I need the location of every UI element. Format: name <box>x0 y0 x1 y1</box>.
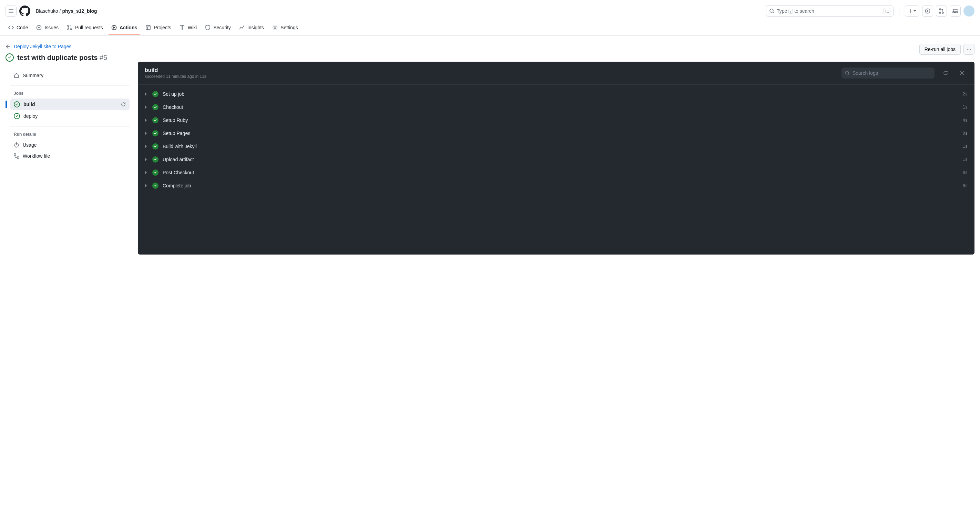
pull-requests-button[interactable] <box>936 5 947 16</box>
tab-actions[interactable]: Actions <box>108 22 140 35</box>
breadcrumb-sep: / <box>60 8 61 14</box>
arrow-left-icon <box>5 44 11 49</box>
step-duration: 2s <box>963 92 967 97</box>
github-logo[interactable] <box>19 5 30 16</box>
inbox-icon <box>953 8 958 14</box>
svg-point-9 <box>68 29 69 30</box>
check-icon <box>152 104 159 110</box>
tab-security[interactable]: Security <box>202 22 234 35</box>
tab-settings[interactable]: Settings <box>269 22 301 35</box>
log-refresh-button[interactable] <box>940 68 951 79</box>
sidebar-job-build[interactable]: build <box>10 98 130 110</box>
tab-pull-requests[interactable]: Pull requests <box>64 22 106 35</box>
log-step[interactable]: Set up job2s <box>138 87 975 101</box>
svg-point-10 <box>70 29 72 30</box>
issue-icon <box>925 8 931 14</box>
svg-rect-15 <box>14 154 16 156</box>
table-icon <box>145 25 151 30</box>
svg-point-2 <box>927 10 928 12</box>
breadcrumb-repo[interactable]: phys_s12_blog <box>62 8 97 14</box>
page-body: Deploy Jekyll site to Pages test with du… <box>0 35 980 263</box>
log-step[interactable]: Post Checkout0s <box>138 166 975 179</box>
check-icon <box>152 117 159 123</box>
git-pull-request-icon <box>939 8 944 14</box>
svg-point-4 <box>939 12 941 13</box>
gear-icon <box>272 25 278 30</box>
repo-nav: Code Issues Pull requests Actions Projec… <box>0 22 980 35</box>
chevron-right-icon <box>145 144 148 148</box>
sidebar-job-deploy[interactable]: deploy <box>10 110 130 122</box>
job-name: build <box>145 67 836 73</box>
svg-point-0 <box>770 9 773 13</box>
kebab-icon <box>966 46 972 52</box>
svg-point-18 <box>969 49 969 49</box>
sidebar-summary[interactable]: Summary <box>10 70 130 81</box>
step-name: Setup Pages <box>163 130 959 136</box>
log-step[interactable]: Setup Pages0s <box>138 127 975 140</box>
step-name: Upload artifact <box>163 157 959 162</box>
chevron-right-icon <box>145 171 148 174</box>
tab-code[interactable]: Code <box>5 22 31 35</box>
svg-point-17 <box>967 49 967 49</box>
tab-insights[interactable]: Insights <box>236 22 267 35</box>
svg-point-7 <box>38 27 40 28</box>
play-icon <box>111 25 117 30</box>
log-search-input[interactable]: Search logs <box>842 68 934 79</box>
log-panel: build succeeded 11 minutes ago in 11s Se… <box>138 62 975 254</box>
create-new-button[interactable] <box>905 5 920 16</box>
graph-icon <box>239 25 245 30</box>
stopwatch-icon <box>14 142 19 148</box>
chevron-right-icon <box>145 132 148 135</box>
plus-icon <box>908 9 913 13</box>
svg-rect-16 <box>17 157 19 159</box>
workflow-backlink[interactable]: Deploy Jekyll site to Pages <box>5 44 130 49</box>
log-step[interactable]: Complete job0s <box>138 179 975 192</box>
sidebar-usage[interactable]: Usage <box>10 140 130 151</box>
check-icon <box>152 91 159 97</box>
jobs-heading: Jobs <box>10 90 130 98</box>
log-step[interactable]: Upload artifact1s <box>138 153 975 166</box>
book-icon <box>180 25 185 30</box>
breadcrumb-owner[interactable]: Blaschuko <box>36 8 58 14</box>
search-input[interactable]: Type / to search <box>766 5 894 16</box>
log-step[interactable]: Build with Jekyll1s <box>138 140 975 153</box>
log-steps: Set up job2sCheckout1sSetup Ruby4sSetup … <box>138 84 975 195</box>
tab-issues[interactable]: Issues <box>33 22 61 35</box>
step-duration: 1s <box>963 144 967 149</box>
check-icon <box>152 143 159 149</box>
issues-button[interactable] <box>922 5 933 16</box>
run-details-heading: Run details <box>10 130 130 140</box>
chevron-right-icon <box>145 119 148 122</box>
refresh-icon <box>943 70 948 76</box>
log-step[interactable]: Checkout1s <box>138 101 975 114</box>
check-icon <box>152 130 159 137</box>
step-duration: 4s <box>963 118 967 122</box>
log-settings-button[interactable] <box>956 68 967 79</box>
left-column: Deploy Jekyll site to Pages test with du… <box>5 44 130 254</box>
chevron-right-icon <box>145 105 148 109</box>
step-name: Build with Jekyll <box>163 144 959 149</box>
step-duration: 0s <box>963 170 967 175</box>
tab-projects[interactable]: Projects <box>143 22 174 35</box>
divider <box>899 8 899 14</box>
log-step[interactable]: Setup Ruby4s <box>138 114 975 127</box>
avatar[interactable] <box>964 5 975 16</box>
step-name: Post Checkout <box>163 170 959 175</box>
code-icon <box>8 25 14 30</box>
svg-point-5 <box>942 12 943 13</box>
notifications-button[interactable] <box>950 5 961 16</box>
svg-point-3 <box>939 9 941 10</box>
more-actions-button[interactable] <box>964 44 975 55</box>
rerun-button[interactable]: Re-run all jobs <box>920 44 961 55</box>
refresh-icon[interactable] <box>121 102 126 107</box>
hamburger-menu[interactable] <box>5 5 16 16</box>
check-icon <box>152 183 159 189</box>
step-duration: 1s <box>963 105 967 110</box>
step-name: Checkout <box>163 104 959 110</box>
status-success-icon <box>14 113 20 119</box>
sidebar-workflow-file[interactable]: Workflow file <box>10 151 130 162</box>
chevron-right-icon <box>145 92 148 96</box>
step-name: Set up job <box>163 91 959 97</box>
tab-wiki[interactable]: Wiki <box>177 22 199 35</box>
svg-point-8 <box>68 25 69 27</box>
